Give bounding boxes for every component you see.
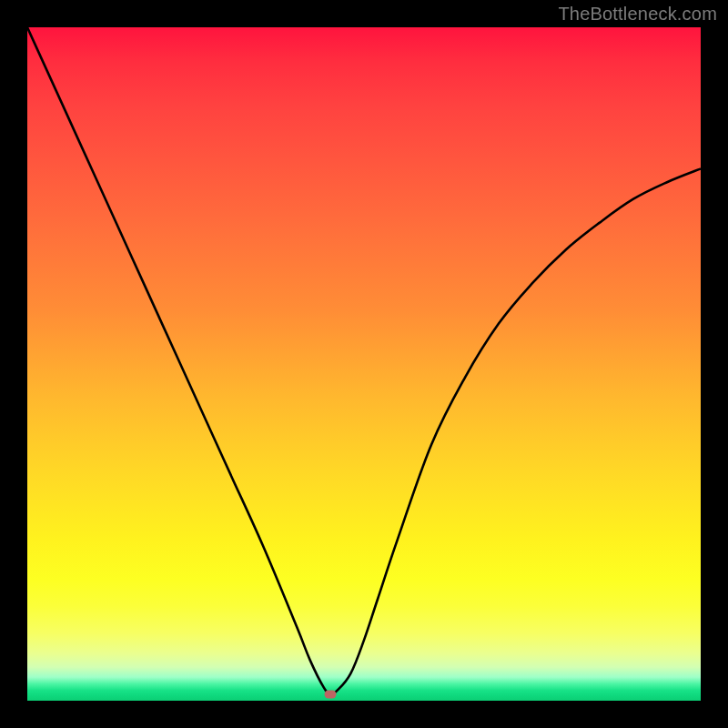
plot-area — [27, 27, 701, 701]
chart-frame: TheBottleneck.com — [0, 0, 728, 728]
watermark-text: TheBottleneck.com — [558, 4, 717, 25]
minimum-marker — [325, 690, 337, 698]
bottleneck-curve — [27, 27, 701, 701]
curve-path — [27, 27, 701, 694]
